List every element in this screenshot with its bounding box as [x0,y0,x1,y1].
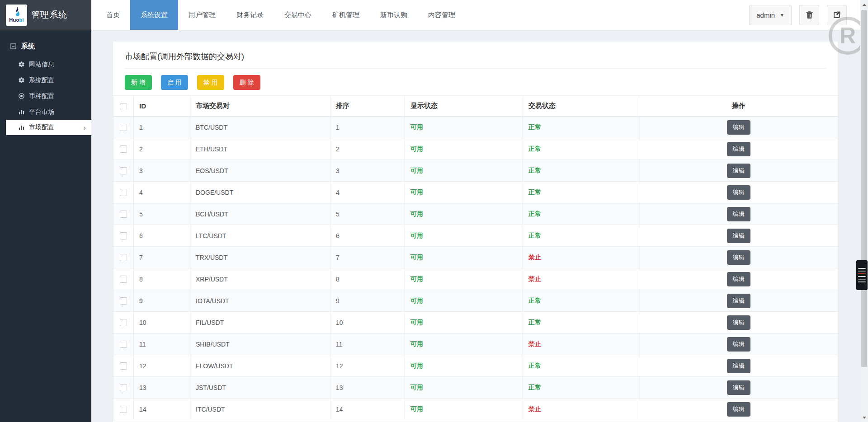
cell-trade-status: 正常 [523,355,639,377]
col-header-display-status: 显示状态 [405,96,523,117]
table-row: 12 FLOW/USDT 12 可用 正常 编辑 [113,355,838,377]
side-widget-badge[interactable] [856,260,868,290]
row-checkbox[interactable] [120,384,127,391]
scrollbar-thumb[interactable] [861,10,867,367]
table-row: 10 FIL/USDT 10 可用 正常 编辑 [113,312,838,333]
add-button[interactable]: 新 增 [125,75,152,90]
logo-word: Huobi [9,18,24,23]
delete-button[interactable]: 删 除 [233,75,260,90]
sidebar-item-4[interactable]: 市场配置 › [6,120,91,135]
cell-trade-status: 禁止 [523,333,639,355]
edit-button[interactable]: 编辑 [727,250,750,265]
disable-button[interactable]: 禁 用 [197,75,224,90]
row-checkbox[interactable] [120,254,127,261]
cell-display-status: 可用 [405,290,523,312]
cell-id: 14 [134,399,190,420]
nav-item-0[interactable]: 首页 [96,0,130,30]
row-checkbox[interactable] [120,276,127,283]
scroll-up-arrow[interactable] [860,1,868,8]
vertical-scrollbar[interactable] [860,0,868,422]
sidebar-item-3[interactable]: 平台市场 [0,104,91,120]
edit-button[interactable]: 编辑 [727,164,750,178]
trash-button[interactable] [799,5,819,25]
edit-button[interactable]: 编辑 [727,359,750,373]
edit-button[interactable]: 编辑 [727,120,750,135]
row-checkbox[interactable] [120,406,127,413]
edit-button[interactable]: 编辑 [727,380,750,395]
flame-icon [12,7,21,17]
table-row: 11 SHIB/USDT 11 可用 禁止 编辑 [113,333,838,355]
sidebar-item-label: 市场配置 [29,123,54,131]
logout-button[interactable] [827,5,847,25]
cell-id: 13 [134,377,190,399]
cell-pair: SHIB/USDT [190,333,330,355]
row-checkbox[interactable] [120,362,127,370]
cell-pair: IOTA/USDT [190,290,330,312]
sidebar-item-2[interactable]: 币种配置 [0,88,91,104]
top-header: Huobi 管理系统 首页系统设置用户管理财务记录交易中心矿机管理新币认购内容管… [0,0,860,30]
scroll-down-arrow[interactable] [860,414,868,421]
sidebar-item-0[interactable]: 网站信息 [0,56,91,72]
cell-display-status: 可用 [405,247,523,268]
sidebar-item-label: 平台市场 [29,108,54,116]
sidebar-item-1[interactable]: 系统配置 [0,72,91,88]
cell-id: 7 [134,247,190,268]
export-icon [832,10,841,19]
edit-button[interactable]: 编辑 [727,337,750,352]
table-row: 6 LTC/USDT 6 可用 正常 编辑 [113,225,838,247]
row-checkbox[interactable] [120,145,127,153]
cell-id: 4 [134,182,190,203]
cell-trade-status: 正常 [523,182,639,203]
cell-display-status: 可用 [405,182,523,203]
cell-id: 6 [134,225,190,247]
col-header-id: ID [134,96,190,117]
nav-item-3[interactable]: 财务记录 [226,0,274,30]
row-checkbox[interactable] [120,341,127,348]
cell-sort: 8 [330,268,405,290]
cell-trade-status: 正常 [523,203,639,225]
edit-button[interactable]: 编辑 [727,142,750,156]
row-checkbox[interactable] [120,232,127,239]
nav-item-6[interactable]: 新币认购 [370,0,418,30]
edit-button[interactable]: 编辑 [727,207,750,221]
market-pairs-table: ID 市场交易对 排序 显示状态 交易状态 操作 1 BTC/USDT 1 可用… [113,95,838,420]
sidebar-item-label: 网站信息 [29,61,54,69]
select-all-checkbox[interactable] [120,103,127,110]
row-checkbox[interactable] [120,211,127,218]
row-checkbox[interactable] [120,124,127,131]
edit-button[interactable]: 编辑 [727,229,750,243]
cell-display-status: 可用 [405,312,523,333]
cell-display-status: 可用 [405,225,523,247]
edit-button[interactable]: 编辑 [727,294,750,308]
top-navigation: 首页系统设置用户管理财务记录交易中心矿机管理新币认购内容管理 [96,0,466,30]
cell-trade-status: 正常 [523,160,639,182]
cell-sort: 4 [330,182,405,203]
chevron-right-icon: › [83,124,86,131]
nav-item-4[interactable]: 交易中心 [274,0,322,30]
sidebar-section-system[interactable]: 系统 [0,30,91,51]
edit-button[interactable]: 编辑 [727,185,750,200]
user-dropdown[interactable]: admin ▼ [749,5,792,25]
table-body: 1 BTC/USDT 1 可用 正常 编辑 2 ETH/USDT 2 可用 正常… [113,117,838,420]
nav-item-5[interactable]: 矿机管理 [322,0,370,30]
edit-button[interactable]: 编辑 [727,315,750,330]
cell-pair: LTC/USDT [190,225,330,247]
edit-button[interactable]: 编辑 [727,272,750,286]
table-row: 9 IOTA/USDT 9 可用 正常 编辑 [113,290,838,312]
row-checkbox[interactable] [120,297,127,305]
edit-button[interactable]: 编辑 [727,402,750,417]
cell-id: 10 [134,312,190,333]
nav-item-7[interactable]: 内容管理 [418,0,466,30]
nav-item-1[interactable]: 系统设置 [130,0,178,30]
nav-item-2[interactable]: 用户管理 [178,0,226,30]
cell-trade-status: 正常 [523,377,639,399]
row-checkbox[interactable] [120,319,127,326]
table-row: 2 ETH/USDT 2 可用 正常 编辑 [113,138,838,160]
row-checkbox[interactable] [120,167,127,174]
row-checkbox[interactable] [120,189,127,196]
page-title: 市场配置(调用外部数据的交易对) [125,42,826,69]
table-row: 3 EOS/USDT 3 可用 正常 编辑 [113,160,838,182]
enable-button[interactable]: 启 用 [161,75,188,90]
cell-display-status: 可用 [405,160,523,182]
market-config-panel: 市场配置(调用外部数据的交易对) 新 增 启 用 禁 用 删 除 ID 市场交易… [113,42,838,422]
